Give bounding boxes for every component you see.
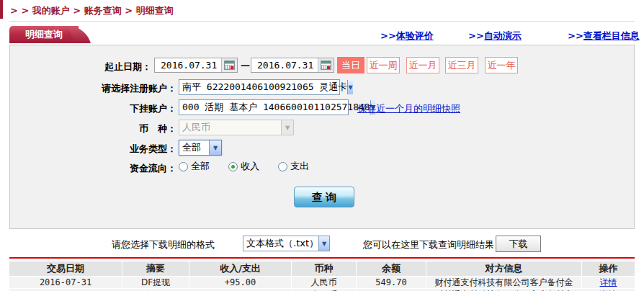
fund-flow-label: 资金流向： — [10, 162, 176, 175]
header-counterparty: 对方信息 — [426, 261, 582, 276]
business-type-select[interactable]: 全部 — [179, 140, 222, 156]
detail-link[interactable]: 详情 — [600, 277, 617, 287]
chevrons-icon: >> — [468, 30, 484, 41]
radio-unchecked-icon[interactable] — [179, 162, 188, 171]
table-row: 2016-07-31 DF提现 +95.00 人民币 549.70 财付通支付科… — [9, 277, 635, 288]
quick-range-month-button[interactable]: 近一月 — [406, 57, 439, 73]
register-account-label: 请选择注册账户： — [10, 82, 176, 95]
download-button[interactable]: 下载 — [496, 236, 541, 252]
quick-range-3months-button[interactable]: 近三月 — [445, 57, 478, 73]
date-from-field[interactable] — [154, 58, 238, 73]
flow-option-expense[interactable]: 支出 — [278, 160, 309, 173]
date-from-input[interactable] — [155, 60, 217, 71]
download-result-label: 您可以在这里下载查询明细结果 — [363, 238, 494, 251]
quick-range-year-button[interactable]: 近一年 — [485, 57, 518, 73]
chevron-down-icon[interactable] — [209, 140, 221, 155]
business-type-label: 业务类型： — [10, 143, 176, 156]
radio-checked-icon[interactable] — [228, 162, 238, 171]
header-balance: 余额 — [357, 261, 426, 276]
date-to-input[interactable] — [251, 60, 313, 71]
cell-summary: DF提现 — [122, 277, 189, 288]
date-to-field[interactable] — [251, 58, 334, 73]
auto-demo-link[interactable]: >>自动演示 — [468, 30, 522, 42]
date-range-label: 起止日期： — [10, 61, 151, 73]
date-range-separator: — — [241, 60, 250, 71]
download-format-select[interactable]: 文本格式（.txt） — [243, 236, 330, 251]
radio-unchecked-icon[interactable] — [278, 162, 287, 171]
register-account-select[interactable]: 南平 6222001406100921065 灵通卡 — [179, 79, 340, 95]
currency-label: 币 种： — [10, 122, 176, 135]
download-format-label: 请您选择下载明细的格式 — [112, 238, 215, 251]
page-accent-strip — [0, 0, 3, 19]
table-top-divider — [9, 257, 635, 259]
chevron-down-icon[interactable] — [318, 236, 329, 251]
fund-flow-radio-group: 全部 收入 支出 — [179, 160, 309, 173]
quick-range-week-button[interactable]: 近一周 — [367, 57, 400, 73]
cell-counterparty: 财付通支付科技有限公司客户备付金 — [426, 277, 582, 288]
calendar-icon[interactable] — [318, 58, 334, 72]
header-divider — [9, 21, 635, 22]
sub-account-select[interactable]: 000 活期 基本户 1406600101102571848 — [179, 99, 349, 115]
header-amount: 收入/支出 — [189, 261, 292, 276]
cell-date: 2016-07-31 — [9, 277, 122, 288]
chevrons-icon: >> — [568, 30, 583, 41]
header-action: 操作 — [582, 261, 635, 276]
sub-account-label: 下挂账户： — [10, 102, 176, 115]
cell-amount: +95.00 — [189, 277, 292, 288]
currency-select-disabled: 人民币 — [179, 120, 294, 135]
flow-option-income[interactable]: 收入 — [228, 160, 259, 173]
query-form-panel: 起止日期： — 当日 近一周 近一月 近三月 近一年 请选择注册账户： 南平 6… — [9, 45, 635, 229]
cell-balance: 549.70 — [357, 277, 426, 288]
header-date: 交易日期 — [9, 261, 122, 276]
experience-review-link[interactable]: >>体验评价 — [380, 30, 434, 42]
chevron-down-icon[interactable] — [347, 80, 352, 94]
flow-option-all[interactable]: 全部 — [179, 160, 210, 173]
table-header-row: 交易日期 摘要 收入/支出 币种 余额 对方信息 操作 — [9, 261, 635, 276]
header-summary: 摘要 — [122, 261, 189, 276]
header-currency: 币种 — [292, 261, 357, 276]
column-info-link[interactable]: >>查看栏目信息 — [568, 30, 640, 42]
chevrons-icon: >> — [380, 30, 396, 41]
cell-currency: 人民币 — [292, 277, 357, 288]
transaction-table: 交易日期 摘要 收入/支出 币种 余额 对方信息 操作 2016-07-31 D… — [9, 261, 635, 291]
query-button[interactable]: 查 询 — [294, 187, 354, 207]
chevron-down-icon — [281, 120, 293, 135]
breadcrumb[interactable]: > > 我的账户 > 账务查询 > 明细查询 — [10, 4, 174, 17]
save-snapshot-link[interactable]: 保存近一个月的明细快照 — [357, 102, 460, 115]
quick-range-today-button[interactable]: 当日 — [337, 57, 365, 73]
calendar-icon[interactable] — [221, 58, 237, 72]
page-title-tab: 明细查询 — [9, 26, 79, 43]
